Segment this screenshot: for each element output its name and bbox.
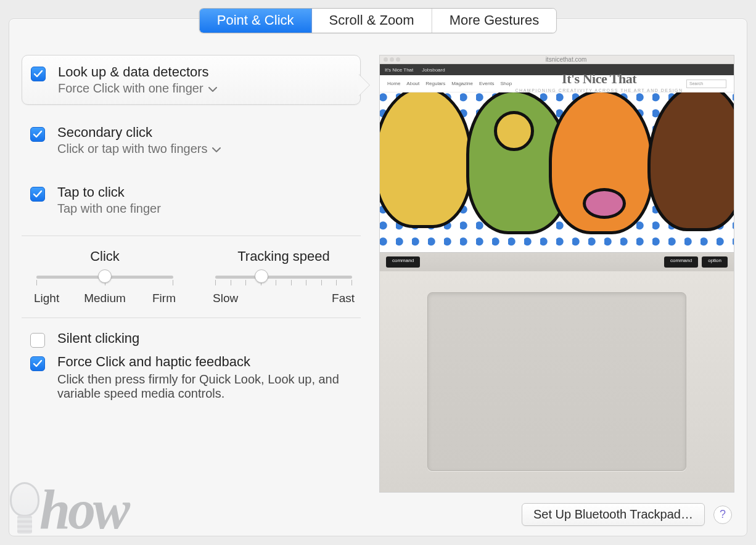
preferences-panel: Point & Click Scroll & Zoom More Gesture… [9, 18, 747, 536]
option-tap-title: Tap to click [57, 184, 161, 200]
preview-tab-1: It's Nice That [385, 67, 413, 73]
slider-tracking-track[interactable] [215, 271, 352, 287]
checkbox-lookup[interactable] [31, 67, 46, 81]
option-tap-to-click[interactable]: Tap to click Tap with one finger [22, 176, 361, 224]
option-force-click[interactable]: Force Click and haptic feedback Click th… [22, 354, 361, 401]
slider-click-knob[interactable] [98, 269, 112, 283]
gesture-preview: itsnicethat.com It's Nice That Jobsboard… [379, 55, 734, 493]
checkbox-secondary-click[interactable] [30, 127, 45, 142]
tab-more-gestures[interactable]: More Gestures [432, 9, 557, 33]
slider-click-title: Click [34, 248, 176, 264]
option-silent-title: Silent clicking [57, 330, 139, 346]
preview-brand: It's Nice That [512, 71, 686, 87]
slider-click-label-left: Light [34, 292, 59, 305]
tab-scroll-zoom[interactable]: Scroll & Zoom [312, 9, 432, 33]
option-silent-clicking[interactable]: Silent clicking [22, 330, 361, 348]
option-lookup-subtitle[interactable]: Force Click with one finger [58, 81, 217, 96]
preview-url: itsnicethat.com [546, 56, 587, 63]
tab-bar: Point & Click Scroll & Zoom More Gesture… [199, 8, 557, 33]
slider-click-label-right: Firm [152, 292, 176, 305]
slider-tracking-knob[interactable] [255, 269, 268, 283]
checkbox-tap-to-click[interactable] [30, 187, 45, 202]
preview-keyboard: command command option [380, 253, 734, 271]
setup-bluetooth-button[interactable]: Set Up Bluetooth Trackpad… [522, 503, 705, 526]
preview-trackpad [427, 292, 686, 471]
option-lookup[interactable]: Look up & data detectors Force Click wit… [22, 55, 361, 105]
preview-search: Search [686, 80, 726, 88]
chevron-down-icon [208, 81, 217, 96]
divider [22, 236, 361, 236]
slider-tracking-label-left: Slow [213, 292, 238, 305]
tab-point-click[interactable]: Point & Click [200, 9, 312, 33]
slider-click-label-mid: Medium [84, 292, 126, 305]
chevron-down-icon [212, 142, 221, 156]
preview-trackpad-area [380, 271, 734, 492]
slider-tracking: Tracking speed Slow Fast [213, 248, 355, 305]
slider-tracking-title: Tracking speed [213, 248, 355, 264]
preview-artwork [380, 92, 734, 252]
slider-tracking-label-right: Fast [332, 292, 355, 305]
help-button[interactable]: ? [713, 506, 732, 524]
option-force-title: Force Click and haptic feedback [57, 354, 347, 370]
option-secondary-click[interactable]: Secondary click Click or tap with two fi… [22, 116, 361, 165]
checkbox-force-click[interactable] [30, 356, 45, 371]
option-secondary-title: Secondary click [57, 125, 221, 141]
preview-column: itsnicethat.com It's Nice That Jobsboard… [373, 55, 734, 493]
preview-tab-2: Jobsboard [422, 67, 445, 73]
option-secondary-subtitle[interactable]: Click or tap with two fingers [57, 142, 221, 156]
option-lookup-title: Look up & data detectors [58, 64, 217, 80]
preview-browser: itsnicethat.com It's Nice That Jobsboard… [380, 55, 734, 253]
slider-click: Click Light Medium Firm [34, 248, 176, 305]
options-column: Look up & data detectors Force Click wit… [22, 55, 373, 493]
slider-click-track[interactable] [36, 271, 173, 287]
divider [22, 318, 361, 318]
option-tap-subtitle: Tap with one finger [57, 202, 161, 216]
checkbox-silent-clicking[interactable] [30, 333, 45, 348]
option-force-desc: Click then press firmly for Quick Look, … [57, 372, 347, 401]
